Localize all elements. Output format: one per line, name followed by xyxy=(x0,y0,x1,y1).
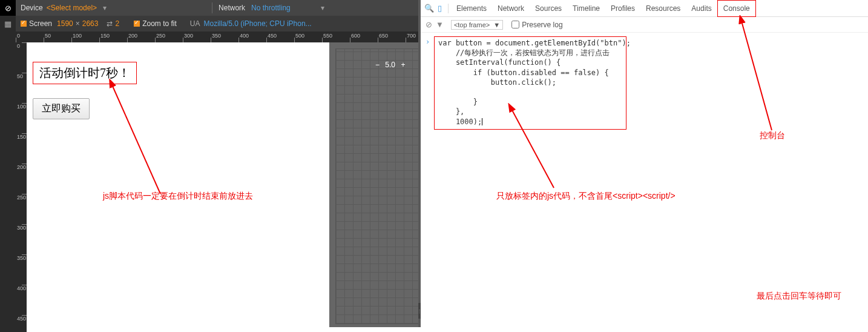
device-viewport: 活动倒计时7秒！ 立即购买 xyxy=(27,42,329,321)
arrow-icon xyxy=(735,15,778,136)
search-icon[interactable]: 🔍 xyxy=(424,4,434,13)
screen-height[interactable]: 2663 xyxy=(82,19,99,28)
annotation-right: 控制台 xyxy=(760,130,785,141)
no-entry-icon[interactable]: ⊘ xyxy=(0,0,16,16)
vertical-ruler: 050100150200250300350400450 xyxy=(16,42,27,332)
screen-width[interactable]: 1590 xyxy=(57,19,73,28)
zoom-in-button[interactable]: + xyxy=(401,61,405,69)
screen-label: Screen xyxy=(29,19,52,28)
ua-label: UA xyxy=(190,19,200,28)
tab-resources[interactable]: Resources xyxy=(640,0,686,17)
console-toolbar: ⊘ ▼ <top frame> ▼ Preserve log xyxy=(421,17,868,33)
tab-audits[interactable]: Audits xyxy=(686,0,717,17)
network-select[interactable]: No throttling xyxy=(251,4,291,12)
left-sidebar: ⊘ ▦ xyxy=(0,0,16,332)
svg-line-2 xyxy=(741,21,772,130)
console-prompt-icon: › xyxy=(426,38,430,46)
annotation-left: js脚本代码一定要在倒计时结束前放进去 xyxy=(103,191,253,202)
ruler-icon[interactable]: ▦ xyxy=(0,16,16,32)
network-label: Network xyxy=(219,4,245,12)
dpr-value[interactable]: 2 xyxy=(115,19,119,28)
swap-icon[interactable]: ⇄ xyxy=(107,19,113,28)
clear-icon[interactable]: ⊘ xyxy=(426,20,432,29)
zoom-fit-label[interactable]: Zoom to fit xyxy=(142,19,177,28)
ua-value[interactable]: Mozilla/5.0 (iPhone; CPU iPhon... xyxy=(204,19,312,28)
frame-select[interactable]: <top frame> ▼ xyxy=(451,20,503,30)
tab-sources[interactable]: Sources xyxy=(530,0,567,17)
checkbox-icon[interactable] xyxy=(134,21,140,27)
tab-network[interactable]: Network xyxy=(492,0,530,17)
buy-button[interactable]: 立即购买 xyxy=(33,98,90,119)
preserve-log-checkbox[interactable] xyxy=(511,21,519,28)
arrow-icon xyxy=(505,103,560,194)
checkbox-icon[interactable] xyxy=(21,21,27,27)
console-body[interactable]: › var button = document.getElementById("… xyxy=(421,33,868,133)
tab-profiles[interactable]: Profiles xyxy=(605,0,640,17)
device-select[interactable]: <Select model> xyxy=(47,4,97,12)
tab-timeline[interactable]: Timeline xyxy=(567,0,605,17)
zoom-out-button[interactable]: − xyxy=(375,61,380,69)
filter-icon[interactable]: ▼ xyxy=(436,20,444,29)
tab-elements[interactable]: Elements xyxy=(451,0,492,17)
preserve-log-label: Preserve log xyxy=(522,21,562,29)
tab-console[interactable]: Console xyxy=(717,0,756,17)
annotation-mid: 只放标签内的js代码，不含首尾<script><script/> xyxy=(496,191,676,202)
screen-toolbar: Screen 1590 × 2663 ⇄ 2 Zoom to fit UA Mo… xyxy=(16,16,421,32)
device-toggle-icon[interactable]: ▯ xyxy=(438,4,442,13)
svg-line-1 xyxy=(511,109,554,188)
svg-line-0 xyxy=(112,85,160,194)
arrow-icon xyxy=(106,79,173,200)
zoom-value: 5.0 xyxy=(385,61,395,69)
chevron-down-icon[interactable]: ▾ xyxy=(103,4,107,12)
horizontal-ruler: 0501001502002503003504004505005506006507… xyxy=(16,32,421,42)
times-icon: × xyxy=(76,19,80,28)
devtools-tabs: 🔍 ▯ ElementsNetworkSourcesTimelineProfil… xyxy=(421,0,868,17)
viewport-background: − 5.0 + xyxy=(329,42,421,327)
chevron-down-icon[interactable]: ▾ xyxy=(321,4,324,12)
device-label: Device xyxy=(21,4,43,12)
device-toolbar: Device <Select model> ▾ Network No throt… xyxy=(16,0,421,16)
annotation-bottom: 最后点击回车等待即可 xyxy=(757,291,841,302)
